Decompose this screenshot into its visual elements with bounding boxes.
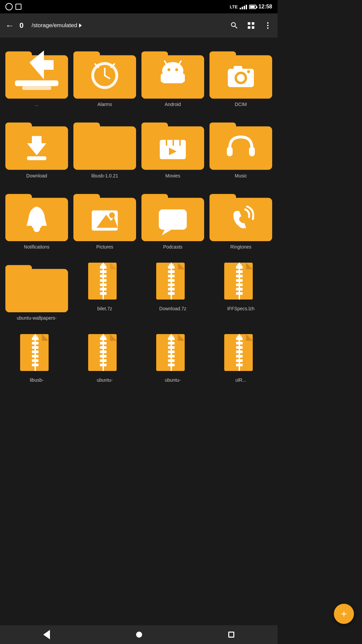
svg-rect-66 — [5, 269, 68, 312]
svg-point-21 — [175, 68, 178, 71]
svg-point-30 — [237, 74, 245, 82]
folder-label-dcim: DCIM — [235, 101, 247, 107]
folder-label-parent: .. — [36, 101, 38, 107]
folder-icon-libusb — [73, 117, 136, 170]
toolbar: ← 0 /storage/emulated — [0, 13, 278, 38]
svg-rect-73 — [100, 270, 107, 273]
svg-rect-36 — [27, 156, 47, 160]
back-button[interactable]: ← — [5, 20, 14, 31]
more-options-icon[interactable] — [263, 21, 272, 30]
folder-item-movies[interactable]: Movies — [139, 111, 207, 182]
svg-rect-4 — [5, 51, 32, 61]
svg-rect-109 — [32, 355, 39, 358]
folder-item-notifications[interactable]: Notifications — [3, 183, 71, 254]
svg-rect-110 — [32, 359, 39, 362]
svg-rect-119 — [100, 351, 107, 353]
battery-icon — [249, 5, 256, 9]
archive-item-ubuntu2[interactable]: ubuntu- — [71, 325, 139, 387]
archive-item-download7z[interactable]: Download.7z — [139, 254, 207, 325]
svg-point-0 — [267, 22, 268, 23]
selection-count: 0 — [19, 21, 23, 30]
folder-item-podcasts[interactable]: Podcasts — [139, 183, 207, 254]
svg-rect-77 — [100, 288, 107, 290]
svg-rect-123 — [101, 335, 106, 339]
svg-rect-128 — [168, 342, 175, 344]
search-icon[interactable] — [230, 21, 239, 30]
folder-item-android[interactable]: Android — [139, 40, 207, 111]
folder-item-ubuntu-wallpapers[interactable]: ubuntu-wallpapers- — [3, 254, 71, 325]
folder-item-ringtones[interactable]: Ringtones — [207, 183, 275, 254]
archive-item-ulrip[interactable]: ulR... — [207, 325, 275, 387]
svg-rect-75 — [100, 279, 107, 282]
folder-icon-ringtones — [209, 188, 272, 241]
svg-rect-67 — [5, 265, 32, 275]
svg-point-20 — [168, 68, 171, 71]
folder-item-music[interactable]: Music — [207, 111, 275, 182]
folder-item-libusb[interactable]: libusb-1.0.21 — [71, 111, 139, 182]
svg-rect-85 — [168, 275, 175, 277]
svg-rect-7 — [22, 86, 51, 90]
svg-rect-62 — [159, 209, 187, 229]
archive-item-libusb2[interactable]: libusb- — [3, 325, 71, 387]
svg-rect-90 — [169, 264, 174, 267]
archive-icon-ubuntu2 — [85, 331, 125, 374]
svg-rect-31 — [234, 66, 242, 70]
folder-icon-parent — [5, 46, 68, 99]
archive-label-libusb2: libusb- — [30, 377, 44, 383]
svg-rect-133 — [168, 364, 175, 366]
svg-rect-101 — [237, 264, 242, 267]
svg-rect-19 — [162, 73, 183, 84]
svg-rect-6 — [15, 80, 58, 86]
archive-icon-ubuntu3 — [153, 331, 193, 374]
path-expand-icon[interactable] — [79, 23, 82, 28]
svg-rect-132 — [168, 359, 175, 362]
svg-rect-99 — [236, 288, 243, 290]
archive-icon-download7z — [153, 259, 193, 303]
archive-item-iffspecs[interactable]: IFFSpecs.lzh — [207, 254, 275, 325]
svg-rect-76 — [100, 283, 107, 286]
folder-icon-alarms — [73, 46, 136, 99]
folder-item-dcim[interactable]: DCIM — [207, 40, 275, 111]
svg-rect-143 — [236, 359, 243, 362]
folder-item-alarms[interactable]: Alarms — [71, 40, 139, 111]
svg-rect-97 — [236, 279, 243, 282]
folder-icon-pictures — [73, 188, 136, 241]
svg-rect-24 — [161, 73, 165, 82]
svg-rect-98 — [236, 283, 243, 286]
network-type: LTE — [230, 4, 238, 9]
signal-icon — [240, 4, 247, 9]
folder-item-pictures[interactable]: Pictures — [71, 183, 139, 254]
status-bar: LTE 12:58 — [0, 0, 278, 13]
grid-view-icon[interactable] — [247, 21, 255, 30]
svg-rect-88 — [168, 288, 175, 290]
svg-rect-17 — [141, 51, 168, 61]
archive-item-ubuntu3[interactable]: ubuntu- — [139, 325, 207, 387]
svg-rect-140 — [236, 346, 243, 349]
archive-label-ubuntu3: ubuntu- — [165, 377, 181, 383]
folder-label-movies: Movies — [165, 173, 180, 179]
folder-icon-movies — [141, 117, 204, 170]
svg-rect-108 — [32, 351, 39, 353]
folder-label-android: Android — [165, 101, 181, 107]
archive-label-ubuntu2: ubuntu- — [97, 377, 113, 383]
folder-icon-notifications — [5, 188, 68, 241]
camera-icon — [5, 3, 13, 10]
folder-label-libusb: libusb-1.0.21 — [91, 173, 118, 179]
svg-rect-50 — [249, 147, 255, 157]
svg-rect-38 — [73, 123, 100, 132]
svg-rect-111 — [32, 364, 39, 366]
archive-icon-ulrip — [221, 331, 261, 374]
folder-item-parent[interactable]: .. — [3, 40, 71, 111]
svg-rect-34 — [5, 123, 32, 132]
file-grid: .. Alarms Android — [0, 38, 278, 390]
svg-rect-40 — [141, 123, 168, 132]
svg-rect-142 — [236, 355, 243, 358]
archive-label-iffspecs: IFFSpecs.lzh — [227, 306, 255, 312]
folder-item-download[interactable]: Download — [3, 111, 71, 182]
svg-rect-100 — [236, 292, 243, 295]
selection-info: 0 — [19, 21, 23, 30]
svg-point-59 — [109, 212, 115, 218]
svg-point-54 — [33, 225, 40, 232]
svg-rect-64 — [209, 198, 272, 241]
archive-item-bilet[interactable]: bilet.7z — [71, 254, 139, 325]
